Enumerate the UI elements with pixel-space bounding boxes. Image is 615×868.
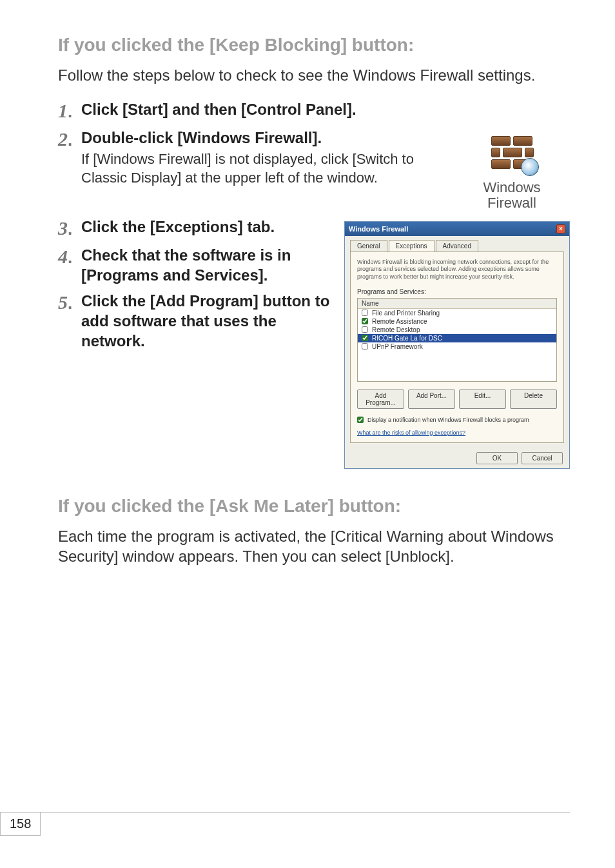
notification-checkbox[interactable] (357, 417, 364, 423)
list-item[interactable]: Remote Assistance (358, 317, 556, 326)
list-item[interactable]: UPnP Framework (358, 342, 556, 351)
step-number: 3. (58, 217, 81, 239)
windows-firewall-dialog: Windows Firewall × General Exceptions Ad… (344, 221, 570, 469)
firewall-brick-icon (489, 133, 535, 173)
ask-later-text: Each time the program is activated, the … (58, 526, 570, 567)
step-3-text: Click the [Exceptions] tab. (81, 217, 344, 237)
checkbox[interactable] (362, 318, 368, 324)
step-3-5-block: 3. Click the [Exceptions] tab. 4. Check … (58, 217, 570, 469)
risks-link[interactable]: What are the risks of allowing exception… (357, 429, 465, 436)
dialog-titlebar: Windows Firewall × (345, 222, 569, 236)
tab-general[interactable]: General (350, 240, 387, 252)
programs-listbox[interactable]: Name File and Printer Sharing Remote Ass… (357, 298, 557, 382)
list-item-selected[interactable]: RICOH Gate La for DSC (358, 334, 556, 342)
step-2: 2. Double-click [Windows Firewall]. If [… (58, 128, 570, 211)
notification-label: Display a notification when Windows Fire… (367, 417, 529, 423)
close-icon[interactable]: × (556, 224, 565, 233)
step-number: 2. (58, 128, 81, 211)
page-footer: 158 (0, 812, 615, 836)
checkbox[interactable] (362, 343, 368, 350)
windows-firewall-icon-block: WindowsFirewall (454, 133, 570, 211)
notification-checkbox-row[interactable]: Display a notification when Windows Fire… (357, 417, 557, 423)
section-title-ask-later: If you clicked the [Ask Me Later] button… (58, 495, 570, 517)
tab-advanced[interactable]: Advanced (436, 240, 478, 252)
step-5-text: Click the [Add Program] button to add so… (81, 291, 344, 351)
firewall-icon-label: WindowsFirewall (454, 180, 570, 211)
programs-services-label: Programs and Services: (357, 288, 557, 295)
list-item[interactable]: File and Printer Sharing (358, 309, 556, 317)
exceptions-help-text: Windows Firewall is blocking incoming ne… (357, 259, 557, 281)
add-port-button[interactable]: Add Port... (408, 390, 455, 409)
step-number: 1. (58, 100, 81, 122)
step-1-text: Click [Start] and then [Control Panel]. (81, 100, 570, 120)
step-1: 1. Click [Start] and then [Control Panel… (58, 100, 570, 122)
page-number: 158 (0, 812, 41, 836)
ok-button[interactable]: OK (476, 452, 518, 464)
checkbox[interactable] (362, 335, 368, 341)
step-number: 5. (58, 291, 81, 351)
globe-icon (521, 158, 539, 176)
step-2-text: Double-click [Windows Firewall]. (81, 128, 441, 148)
list-item[interactable]: Remote Desktop (358, 326, 556, 334)
step-4-text: Check that the software is in [Programs … (81, 246, 344, 285)
step-number: 4. (58, 246, 81, 285)
dialog-title-text: Windows Firewall (349, 225, 408, 233)
add-program-button[interactable]: Add Program... (357, 390, 404, 409)
checkbox[interactable] (362, 310, 368, 316)
column-name: Name (358, 299, 556, 309)
checkbox[interactable] (362, 326, 368, 333)
delete-button[interactable]: Delete (510, 390, 557, 409)
edit-button[interactable]: Edit... (459, 390, 506, 409)
step-2-desc: If [Windows Firewall] is not displayed, … (81, 150, 441, 187)
intro-text: Follow the steps below to check to see t… (58, 65, 570, 86)
cancel-button[interactable]: Cancel (522, 452, 563, 464)
section-title-keep-blocking: If you clicked the [Keep Blocking] butto… (58, 34, 570, 56)
tab-exceptions[interactable]: Exceptions (389, 240, 434, 252)
